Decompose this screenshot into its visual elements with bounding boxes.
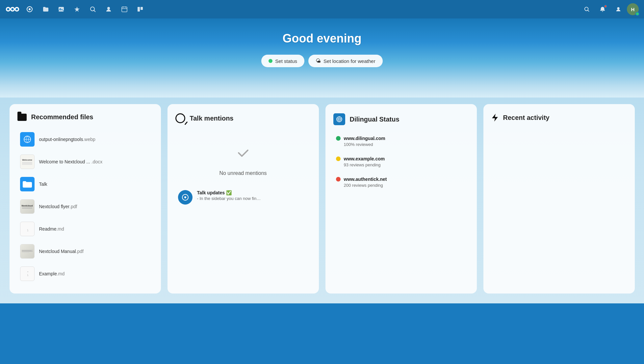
notifications-button[interactable] <box>595 2 610 16</box>
file-item[interactable]: output-onlinepngtools.webp <box>17 129 153 150</box>
talk-icon <box>175 113 185 123</box>
status-domain: www.example.com <box>344 156 385 161</box>
topnav-right: H <box>580 2 639 16</box>
talk-mentions-header: Talk mentions <box>175 113 311 123</box>
status-indicator-dot <box>269 59 272 63</box>
file-item[interactable]: Example.md <box>17 263 153 284</box>
talk-update-content: Talk updates ✅ - In the sidebar you can … <box>197 190 261 201</box>
notification-badge <box>604 5 607 8</box>
recommended-files-icon <box>17 114 27 121</box>
status-green-dot <box>336 136 341 141</box>
file-item[interactable]: Readme.md <box>17 218 153 239</box>
status-red-dot <box>336 177 341 182</box>
set-status-label: Set status <box>275 58 297 64</box>
status-description: 100% reviewed <box>336 142 466 147</box>
recommended-files-title: Recommended files <box>31 113 93 121</box>
svg-point-3 <box>7 8 9 10</box>
file-name: Talk <box>39 182 47 187</box>
svg-point-5 <box>16 8 18 10</box>
recommended-files-header: Recommended files <box>17 113 153 121</box>
file-list: output-onlinepngtools.webp Welcome <box>17 129 153 284</box>
file-item[interactable]: Welcome Welcome to Nextcloud ... .docx <box>17 151 153 172</box>
talk-mentions-card: Talk mentions No unread mentions Talk up… <box>167 104 319 294</box>
set-status-button[interactable]: Set status <box>261 55 304 67</box>
no-mentions-text: No unread mentions <box>219 170 267 176</box>
recent-activity-header: Recent activity <box>491 113 627 122</box>
weather-icon: 🌤 <box>316 58 321 64</box>
dilingual-title: Dilingual Status <box>350 116 399 123</box>
status-item-header: www.dilingual.com <box>336 136 466 141</box>
file-thumb-md <box>20 222 35 236</box>
file-item[interactable]: Nextcloud Nextcloud flyer.pdf <box>17 196 153 217</box>
nav-photos[interactable] <box>54 2 68 16</box>
file-thumb-folder <box>20 177 35 191</box>
svg-line-11 <box>94 10 95 12</box>
file-thumb-pdf2 <box>20 244 35 259</box>
set-weather-button[interactable]: 🌤 Set location for weather <box>308 55 383 67</box>
globe-card-icon <box>333 113 345 125</box>
dilingual-status-item[interactable]: www.authentick.net 200 reviews pending <box>333 175 469 189</box>
status-description: 93 reviews pending <box>336 162 466 167</box>
svg-point-7 <box>29 8 31 10</box>
greeting-title: Good evening <box>7 32 637 45</box>
nav-deck[interactable] <box>133 2 147 16</box>
recommended-files-card: Recommended files output-onlinepngtools.… <box>10 104 161 294</box>
nav-dashboard[interactable] <box>22 2 37 16</box>
hero-section: Good evening Set status 🌤 Set location f… <box>0 18 644 98</box>
dilingual-icon <box>333 113 345 125</box>
dilingual-status-list: www.dilingual.com 100% reviewed www.exam… <box>333 133 469 190</box>
talk-update-item[interactable]: Talk updates ✅ - In the sidebar you can … <box>175 186 311 209</box>
file-name: Example.md <box>39 271 65 276</box>
file-item[interactable]: Talk <box>17 174 153 195</box>
talk-update-avatar <box>178 190 193 205</box>
file-thumb-md2 <box>20 266 35 281</box>
svg-point-4 <box>11 8 13 10</box>
file-name: Nextcloud Manual.pdf <box>39 249 84 254</box>
svg-rect-8 <box>59 7 64 12</box>
talk-mentions-title: Talk mentions <box>190 115 234 122</box>
folder-icon <box>17 114 27 121</box>
status-yellow-dot <box>336 156 341 161</box>
checkmark-icon <box>235 144 252 165</box>
nav-search[interactable] <box>86 2 100 16</box>
dilingual-status-item[interactable]: www.example.com 93 reviews pending <box>333 155 469 169</box>
status-domain: www.dilingual.com <box>344 136 385 141</box>
file-thumb-pdf: Nextcloud <box>20 199 35 214</box>
talk-update-title: Talk updates ✅ <box>197 190 261 195</box>
nav-activity[interactable] <box>70 2 84 16</box>
search-button[interactable] <box>580 2 594 16</box>
file-name: Welcome to Nextcloud ... .docx <box>39 159 103 164</box>
cards-grid: Recommended files output-onlinepngtools.… <box>10 104 635 294</box>
dilingual-status-card: Dilingual Status www.dilingual.com 100% … <box>325 104 477 294</box>
file-thumb-docx: Welcome <box>20 154 35 169</box>
file-name: Nextcloud flyer.pdf <box>39 204 77 209</box>
avatar-status-badge <box>635 12 639 16</box>
recent-activity-empty <box>491 130 627 196</box>
set-weather-label: Set location for weather <box>323 58 375 64</box>
svg-point-12 <box>107 7 110 10</box>
top-navigation: H <box>0 0 644 18</box>
svg-line-20 <box>588 10 589 12</box>
recent-activity-title: Recent activity <box>503 114 550 122</box>
lightning-icon <box>491 113 499 122</box>
user-avatar[interactable]: H <box>627 3 639 15</box>
status-item-header: www.authentick.net <box>336 177 466 182</box>
nav-contacts[interactable] <box>101 2 116 16</box>
talk-update-description: - In the sidebar you can now fin… <box>197 196 261 201</box>
dilingual-status-item[interactable]: www.dilingual.com 100% reviewed <box>333 134 469 148</box>
file-item[interactable]: Nextcloud Manual.pdf <box>17 241 153 262</box>
svg-rect-17 <box>138 7 140 12</box>
nav-files[interactable] <box>38 2 53 16</box>
contacts-button[interactable] <box>611 2 626 16</box>
status-description: 200 reviews pending <box>336 183 466 188</box>
nav-calendar[interactable] <box>117 2 132 16</box>
cards-section: Recommended files output-onlinepngtools.… <box>0 98 644 303</box>
hero-buttons: Set status 🌤 Set location for weather <box>7 55 637 67</box>
svg-point-21 <box>617 7 619 10</box>
dilingual-header: Dilingual Status <box>333 113 469 125</box>
app-logo[interactable] <box>5 5 20 14</box>
status-item-header: www.example.com <box>336 156 466 161</box>
file-thumb-webp <box>20 132 35 147</box>
recent-activity-card: Recent activity <box>483 104 635 294</box>
file-name: Readme.md <box>39 226 64 232</box>
